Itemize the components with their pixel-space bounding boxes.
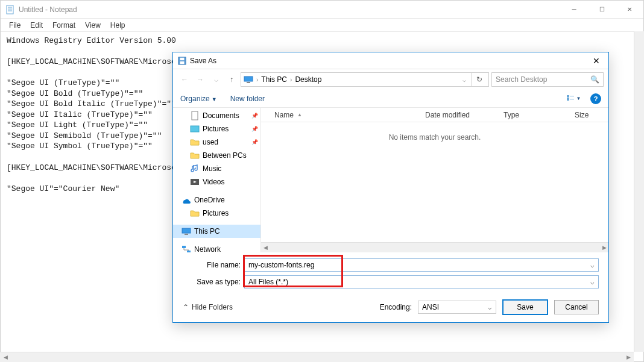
breadcrumb-dropdown-icon[interactable]: ⌵ (461, 76, 468, 83)
svg-rect-6 (180, 57, 185, 60)
nav-recent-icon[interactable]: ⌵ (209, 73, 223, 86)
search-input[interactable]: Search Desktop 🔍 (491, 72, 604, 87)
close-button[interactable]: ✕ (616, 1, 643, 19)
dialog-toolbar: Organize▼ New folder ▼ ? (173, 90, 608, 108)
search-icon: 🔍 (590, 75, 599, 84)
svg-rect-18 (185, 234, 188, 235)
vertical-scrollbar[interactable] (634, 31, 644, 352)
svg-rect-12 (570, 99, 574, 99)
window-title: Untitled - Notepad (19, 5, 560, 14)
svg-rect-5 (180, 61, 185, 63)
tree-item-network[interactable]: Network (173, 243, 260, 252)
pin-icon: 📌 (251, 126, 258, 132)
maximize-button[interactable]: ☐ (588, 1, 616, 19)
svg-rect-9 (567, 95, 569, 98)
view-options-button[interactable]: ▼ (560, 92, 587, 105)
new-folder-button[interactable]: New folder (230, 95, 265, 103)
nav-back-icon[interactable]: ← (178, 73, 191, 86)
filename-input[interactable]: my-custom-fonts.reg (244, 258, 599, 272)
tree-item-pictures[interactable]: Pictures📌 (173, 122, 260, 136)
dialog-close-button[interactable]: ✕ (584, 52, 608, 69)
menu-help[interactable]: Help (106, 20, 130, 31)
encoding-select[interactable]: ANSI (418, 301, 496, 314)
menu-file[interactable]: File (4, 20, 25, 31)
music-icon (190, 164, 200, 173)
folder-icon (190, 208, 200, 218)
svg-rect-19 (182, 246, 186, 248)
nav-forward-icon[interactable]: → (194, 73, 207, 86)
filename-label: File name: (183, 261, 244, 269)
savetype-select[interactable]: All Files (*.*) (244, 275, 599, 289)
tree-item-music[interactable]: Music (173, 162, 260, 175)
thispc-icon (244, 75, 253, 84)
breadcrumb-root[interactable]: This PC (261, 75, 287, 84)
title-bar: Untitled - Notepad ─ ☐ ✕ (1, 1, 643, 19)
hide-folders-button[interactable]: ⌃Hide Folders (183, 303, 233, 311)
minimize-button[interactable]: ─ (560, 1, 588, 19)
tree-item-od-pictures[interactable]: Pictures (173, 207, 260, 220)
onedrive-icon (182, 195, 191, 205)
sort-asc-icon: ▲ (297, 112, 302, 117)
svg-rect-13 (192, 111, 198, 120)
column-size[interactable]: Size (570, 111, 606, 119)
save-as-dialog: Save As ✕ ← → ⌵ ↑ › This PC › Desktop ⌵ … (172, 52, 609, 323)
column-type[interactable]: Type (499, 111, 570, 119)
tree-item-videos[interactable]: Videos (173, 175, 260, 189)
organize-button[interactable]: Organize▼ (180, 95, 217, 103)
tree-item-documents[interactable]: Documents📌 (173, 109, 260, 122)
notepad-icon (5, 5, 15, 14)
dialog-form: File name: my-custom-fonts.reg Save as t… (173, 252, 608, 297)
file-list: Name▲ Date modified Type Size No items m… (261, 108, 608, 252)
tree-item-between[interactable]: Between PCs (173, 149, 260, 162)
breadcrumb[interactable]: › This PC › Desktop ⌵ ↻ (241, 72, 489, 87)
menu-edit[interactable]: Edit (25, 20, 48, 31)
network-icon (182, 245, 191, 252)
menu-view[interactable]: View (80, 20, 106, 31)
svg-rect-10 (567, 98, 569, 101)
folder-tree[interactable]: Documents📌 Pictures📌 used📌 Between PCs M… (173, 108, 261, 252)
file-list-header: Name▲ Date modified Type Size (261, 108, 608, 122)
dialog-body: Documents📌 Pictures📌 used📌 Between PCs M… (173, 108, 608, 252)
pictures-icon (190, 124, 200, 134)
thispc-icon (182, 226, 191, 236)
svg-rect-0 (7, 5, 13, 14)
empty-message: No items match your search. (261, 122, 608, 242)
nav-up-icon[interactable]: ↑ (225, 73, 238, 86)
view-icon (566, 95, 575, 103)
tree-item-used[interactable]: used📌 (173, 136, 260, 149)
dropdown-caret-icon: ▼ (212, 96, 217, 102)
breadcrumb-folder[interactable]: Desktop (295, 75, 321, 84)
svg-rect-8 (247, 82, 250, 83)
encoding-label: Encoding: (380, 303, 412, 311)
search-placeholder: Search Desktop (496, 75, 547, 84)
column-name[interactable]: Name▲ (270, 111, 420, 119)
dialog-title-bar: Save As ✕ (173, 52, 608, 69)
document-icon (190, 111, 200, 120)
horizontal-scrollbar[interactable]: ◀ ▶ (0, 352, 634, 362)
savetype-label: Save as type: (183, 278, 244, 286)
folder-icon (190, 137, 200, 147)
svg-rect-17 (182, 228, 191, 233)
menu-bar: File Edit Format View Help (1, 19, 643, 32)
column-date[interactable]: Date modified (420, 111, 499, 119)
svg-rect-14 (191, 126, 199, 132)
navigation-bar: ← → ⌵ ↑ › This PC › Desktop ⌵ ↻ Search D… (173, 69, 608, 90)
tree-item-onedrive[interactable]: OneDrive (173, 193, 260, 207)
save-button[interactable]: Save (502, 299, 548, 315)
menu-format[interactable]: Format (48, 20, 80, 31)
cancel-button[interactable]: Cancel (554, 300, 599, 314)
chevron-up-icon: ⌃ (183, 303, 189, 311)
pin-icon: 📌 (251, 139, 258, 145)
tree-item-thispc[interactable]: This PC (173, 225, 260, 238)
scroll-left-icon[interactable]: ◀ (261, 245, 270, 251)
help-button[interactable]: ? (590, 93, 601, 104)
scroll-left-icon[interactable]: ◀ (1, 353, 10, 361)
pin-icon: 📌 (251, 113, 258, 119)
save-icon (178, 57, 186, 65)
scroll-right-icon[interactable]: ▶ (624, 353, 633, 361)
refresh-icon[interactable]: ↻ (472, 72, 486, 87)
video-icon (190, 177, 200, 187)
svg-rect-7 (244, 76, 253, 81)
file-list-hscroll[interactable]: ◀ ▶ (261, 242, 608, 252)
scroll-right-icon[interactable]: ▶ (600, 245, 608, 251)
